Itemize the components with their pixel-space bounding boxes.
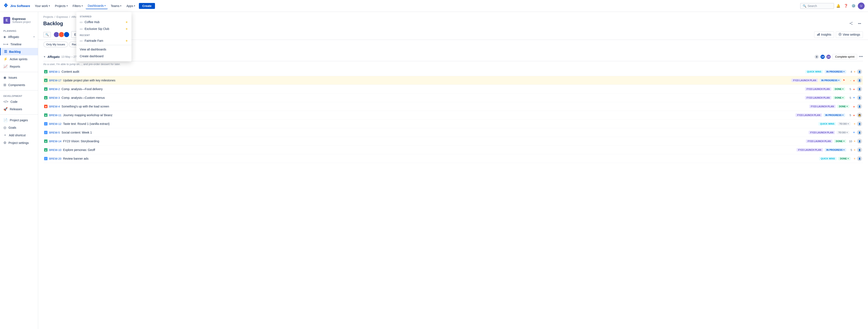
star-icon: ★ [125, 20, 128, 24]
dashboard-icon: ▭ [80, 20, 83, 24]
dashboard-fairtrade-fam[interactable]: ▭ Fairtrade Fam ★ [76, 37, 131, 44]
star-icon: ★ [125, 27, 128, 31]
dropdown-divider [76, 45, 131, 45]
dashboard-icon: ▭ [80, 39, 83, 42]
dashboard-coffee-hub[interactable]: ▭ Coffee Hub ★ [76, 19, 131, 26]
dashboard-exclusive-sip[interactable]: ▭ Exclusive Sip Club ★ [76, 26, 131, 32]
recent-section-label: RECENT [76, 32, 131, 37]
starred-section-label: STARRED [76, 13, 131, 19]
dashboard-exclusive-sip-label: Exclusive Sip Club [85, 27, 109, 31]
dashboard-coffee-hub-label: Coffee Hub [85, 20, 100, 24]
star-icon: ★ [125, 39, 128, 42]
create-dashboard-link[interactable]: Create dashboard [76, 53, 131, 60]
dashboards-dropdown: STARRED ▭ Coffee Hub ★ ▭ Exclusive Sip C… [76, 12, 131, 61]
dashboard-icon: ▭ [80, 27, 83, 31]
view-all-dashboards-link[interactable]: View all dashboards [76, 46, 131, 53]
dashboard-fairtrade-label: Fairtrade Fam [85, 39, 103, 42]
